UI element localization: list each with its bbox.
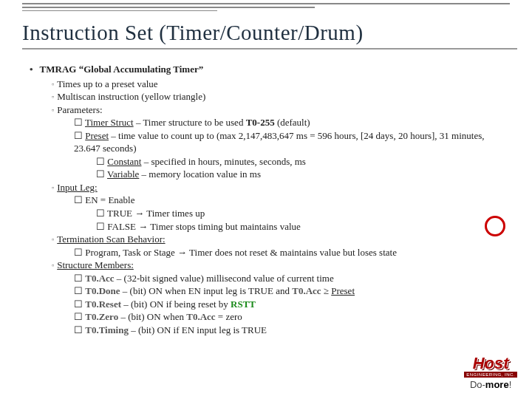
mem-done: ☐ T0.Done – (bit) ON when EN input leg i… <box>74 284 510 298</box>
param-timer-struct: ☐ Timer Struct – Timer structure to be u… <box>74 116 510 129</box>
mem-acc: ☐ T0.Acc – (32-bit signed value) millise… <box>74 272 510 285</box>
square-bullet-icon: ▫ <box>52 106 54 114</box>
bullet-tmrag: • TMRAG “Global Accumulating Timer” <box>30 63 510 76</box>
sub-times-up: ▫Times up to a preset value <box>52 78 510 91</box>
sub-termination: ▫Termination Scan Behavior: <box>52 233 510 246</box>
input-true: ☐ TRUE → Timer times up <box>96 207 510 220</box>
host-logo: Host ENGINEERING, INC. Do-more! <box>464 354 517 390</box>
logo-engineering-text: ENGINEERING, INC. <box>464 372 517 378</box>
square-bullet-icon: ▫ <box>52 93 54 100</box>
sub-parameters: ▫Parameters: <box>52 103 510 117</box>
param-preset: ☐ Preset – time value to count up to (ma… <box>74 129 510 155</box>
logo-domore-text: Do-more! <box>464 379 517 390</box>
decorative-stripes <box>0 0 532 15</box>
bullet-dot-icon: • <box>30 64 33 75</box>
content: • TMRAG “Global Accumulating Timer” ▫Tim… <box>30 63 510 336</box>
sub-multiscan: ▫Multiscan instruction (yellow triangle) <box>52 90 510 103</box>
param-constant: ☐ Constant – specified in hours, minutes… <box>96 155 510 168</box>
term-program: ☐ Program, Task or Stage → Timer does no… <box>74 246 510 259</box>
mem-timing: ☐ T0.Timing – (bit) ON if EN input leg i… <box>74 324 510 337</box>
square-bullet-icon: ▫ <box>52 262 54 269</box>
square-bullet-icon: ▫ <box>52 81 54 88</box>
sub-input-leg: ▫Input Leg: <box>52 181 510 194</box>
square-bullet-icon: ▫ <box>52 184 54 191</box>
logo-host-text: Host <box>464 354 517 373</box>
highlight-circle-icon <box>485 216 505 236</box>
title-rule <box>22 48 517 50</box>
mem-reset: ☐ T0.Reset – (bit) ON if being reset by … <box>74 298 510 311</box>
page-title: Instruction Set (Timer/Counter/Drum) <box>22 21 517 45</box>
param-variable: ☐ Variable – memory location value in ms <box>96 168 510 181</box>
mem-zero: ☐ T0.Zero – (bit) ON when T0.Acc = zero <box>74 310 510 324</box>
square-bullet-icon: ▫ <box>52 236 54 243</box>
sub-structure-members: ▫Structure Members: <box>52 259 510 272</box>
input-false: ☐ FALSE → Timer stops timing but maintai… <box>96 220 510 233</box>
input-en: ☐ EN = Enable <box>74 194 510 207</box>
bullet-tmrag-label: TMRAG “Global Accumulating Timer” <box>40 64 204 75</box>
